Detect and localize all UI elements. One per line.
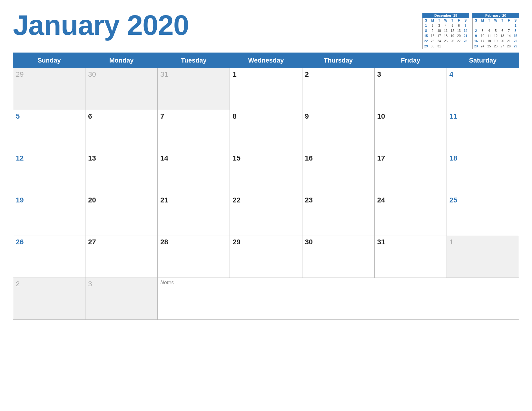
col-monday: Monday xyxy=(85,53,158,68)
day-number: 16 xyxy=(305,154,313,162)
table-cell: 26 xyxy=(13,236,85,278)
calendar-body: 29 30 31 1 2 3 4 5 6 7 8 9 10 11 12 13 1… xyxy=(13,68,519,320)
mini-cal-feb-title: February '20 xyxy=(472,13,519,18)
table-row-last: 2 3 Notes xyxy=(13,278,519,320)
notes-cell: Notes xyxy=(158,278,519,320)
table-cell: 3 xyxy=(85,278,158,320)
day-number: 22 xyxy=(232,196,240,204)
table-cell: 10 xyxy=(374,110,447,152)
table-cell: 29 xyxy=(230,236,302,278)
table-cell: 23 xyxy=(302,194,374,236)
table-cell: 30 xyxy=(85,68,158,110)
col-wednesday: Wednesday xyxy=(230,53,302,68)
table-row: 12 13 14 15 16 17 18 xyxy=(13,152,519,194)
day-number: 3 xyxy=(88,280,92,288)
day-number: 3 xyxy=(377,70,381,78)
day-number: 14 xyxy=(160,154,168,162)
day-number: 30 xyxy=(305,238,313,246)
table-cell: 30 xyxy=(302,236,374,278)
day-number: 2 xyxy=(16,280,20,288)
day-number: 13 xyxy=(88,154,96,162)
calendar-header-row: Sunday Monday Tuesday Wednesday Thursday… xyxy=(13,53,519,68)
day-number: 19 xyxy=(16,196,24,204)
table-cell: 31 xyxy=(158,68,230,110)
table-cell: 25 xyxy=(447,194,519,236)
day-number: 5 xyxy=(16,112,20,120)
table-row: 26 27 28 29 30 31 1 xyxy=(13,236,519,278)
mini-cal-december: December '19 S M T W T F S 1 2 3 4 5 6 7… xyxy=(422,13,469,49)
col-sunday: Sunday xyxy=(13,53,85,68)
day-number: 29 xyxy=(232,238,240,246)
dec-dh-tue: T xyxy=(436,18,442,23)
table-cell: 5 xyxy=(13,110,85,152)
mini-cal-february: February '20 S M T W T F S 1 2 3 4 5 xyxy=(472,13,519,49)
dec-dh-thu: T xyxy=(449,18,456,23)
table-row: 19 20 21 22 23 24 25 xyxy=(13,194,519,236)
table-cell: 21 xyxy=(158,194,230,236)
table-cell: 12 xyxy=(13,152,85,194)
day-number: 18 xyxy=(449,154,457,162)
day-number: 17 xyxy=(377,154,385,162)
day-number: 15 xyxy=(232,154,240,162)
table-cell: 29 xyxy=(13,68,85,110)
day-number: 31 xyxy=(160,70,168,78)
day-number: 29 xyxy=(16,70,24,78)
table-cell: 19 xyxy=(13,194,85,236)
day-number: 20 xyxy=(88,196,96,204)
day-number: 9 xyxy=(305,112,309,120)
calendar-table: Sunday Monday Tuesday Wednesday Thursday… xyxy=(13,53,519,320)
dec-dh-mon: M xyxy=(429,18,436,23)
day-number: 23 xyxy=(305,196,313,204)
table-cell: 4 xyxy=(447,68,519,110)
day-number: 11 xyxy=(449,112,457,120)
table-cell: 20 xyxy=(85,194,158,236)
day-number: 1 xyxy=(232,70,236,78)
mini-cal-dec-grid: S M T W T F S 1 2 3 4 5 6 7 8 9 10 11 12… xyxy=(422,18,469,49)
day-number: 12 xyxy=(16,154,24,162)
page-header: January 2020 December '19 S M T W T F S … xyxy=(13,10,519,49)
table-cell: 3 xyxy=(374,68,447,110)
table-cell: 2 xyxy=(13,278,85,320)
day-number: 24 xyxy=(377,196,385,204)
day-number: 21 xyxy=(160,196,168,204)
day-number: 25 xyxy=(449,196,457,204)
mini-cal-feb-grid: S M T W T F S 1 2 3 4 5 6 7 8 xyxy=(472,18,519,49)
table-cell: 15 xyxy=(230,152,302,194)
mini-cal-dec-title: December '19 xyxy=(422,13,469,18)
day-number: 28 xyxy=(160,238,168,246)
page-title: January 2020 xyxy=(13,10,189,41)
table-cell: 16 xyxy=(302,152,374,194)
dec-dh-sat: S xyxy=(462,18,469,23)
dec-dh-fri: F xyxy=(456,18,462,23)
table-row: 5 6 7 8 9 10 11 xyxy=(13,110,519,152)
col-friday: Friday xyxy=(374,53,447,68)
table-cell: 1 xyxy=(447,236,519,278)
day-number: 31 xyxy=(377,238,385,246)
table-cell: 1 xyxy=(230,68,302,110)
table-cell: 14 xyxy=(158,152,230,194)
day-number: 10 xyxy=(377,112,385,120)
day-number: 1 xyxy=(449,238,453,246)
day-number: 8 xyxy=(232,112,236,120)
dec-dh-wed: W xyxy=(442,18,449,23)
notes-label: Notes xyxy=(160,280,174,285)
day-number: 7 xyxy=(160,112,164,120)
dec-dh-sun: S xyxy=(423,18,429,23)
day-number: 2 xyxy=(305,70,309,78)
table-cell: 11 xyxy=(447,110,519,152)
mini-calendars: December '19 S M T W T F S 1 2 3 4 5 6 7… xyxy=(422,13,519,49)
table-cell: 2 xyxy=(302,68,374,110)
table-cell: 28 xyxy=(158,236,230,278)
table-cell: 9 xyxy=(302,110,374,152)
table-cell: 31 xyxy=(374,236,447,278)
table-cell: 22 xyxy=(230,194,302,236)
col-tuesday: Tuesday xyxy=(158,53,230,68)
day-number: 6 xyxy=(88,112,92,120)
col-thursday: Thursday xyxy=(302,53,374,68)
table-cell: 8 xyxy=(230,110,302,152)
table-cell: 13 xyxy=(85,152,158,194)
col-saturday: Saturday xyxy=(447,53,519,68)
day-number: 27 xyxy=(88,238,96,246)
table-cell: 18 xyxy=(447,152,519,194)
table-cell: 27 xyxy=(85,236,158,278)
